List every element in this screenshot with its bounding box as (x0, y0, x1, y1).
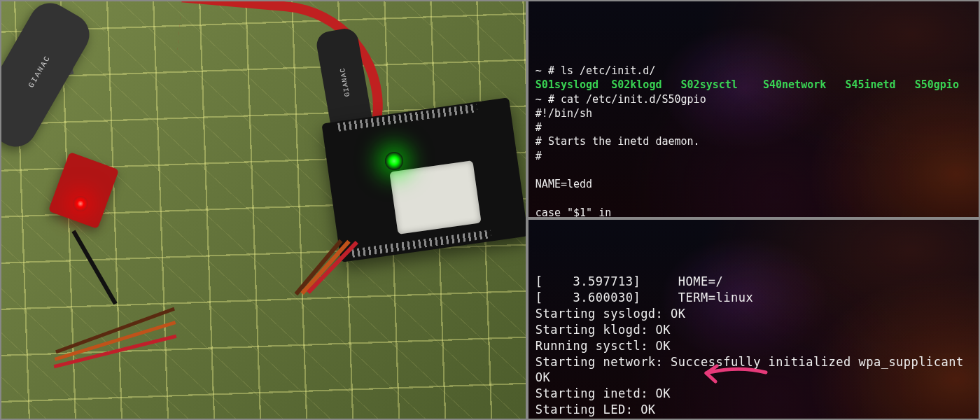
initd-entry: S45inetd (845, 78, 895, 92)
status-led-red (73, 196, 88, 211)
initd-entry: S01syslogd (536, 78, 598, 92)
boot-log: [ 3.597713] HOME=/ [ 3.600030] TERM=linu… (536, 274, 964, 419)
terminal-boot[interactable]: [ 3.597713] HOME=/ [ 3.600030] TERM=linu… (528, 220, 979, 419)
ls-output: S01syslogd S02klogd S02sysctl S40network… (536, 78, 972, 92)
rf-shield (389, 160, 481, 234)
shell-cmd-ls: ls /etc/init.d/ (561, 64, 655, 77)
shell-prompt: ~ # (536, 64, 561, 77)
terminal-script[interactable]: ~ # ls /etc/init.d/ S01syslogd S02klogd … (528, 1, 979, 217)
initd-entry: S50gpio (915, 78, 959, 92)
shell-prompt: ~ # (536, 93, 561, 106)
init-script-body: #!/bin/sh # # Starts the inetd daemon. #… (536, 107, 763, 217)
initd-entry: S02sysctl (681, 78, 738, 92)
shell-cmd-cat: cat /etc/init.d/S50gpio (561, 93, 706, 106)
initd-entry: S40network (763, 78, 826, 92)
status-led-green (385, 152, 403, 170)
initd-entry: S02klogd (611, 78, 662, 92)
hardware-photo (1, 1, 526, 419)
